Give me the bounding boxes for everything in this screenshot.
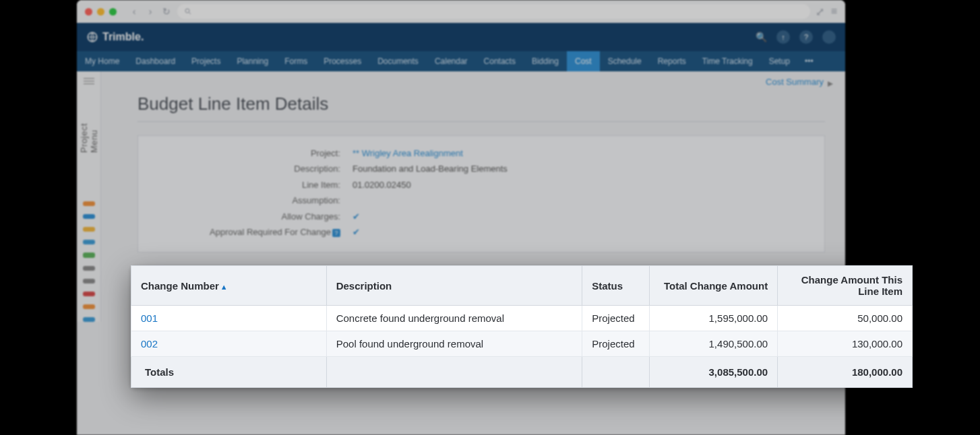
label-project: Project:: [152, 145, 340, 161]
avatar[interactable]: [822, 30, 836, 44]
url-bar[interactable]: [177, 4, 810, 19]
app-header: Trimble. 🔍 ↑ ?: [77, 23, 845, 51]
window-controls[interactable]: [85, 8, 117, 15]
totals-label: Totals: [131, 357, 327, 388]
value-description: Foundation and Load-Bearing Elements: [353, 161, 508, 176]
svg-line-1: [189, 13, 191, 15]
check-icon: ✔: [353, 224, 360, 240]
nav-time-tracking[interactable]: Time Tracking: [694, 51, 761, 71]
sidebar-icon-4[interactable]: [83, 240, 95, 244]
help-icon[interactable]: ?: [332, 229, 340, 237]
label-line-item: Line Item:: [152, 177, 340, 193]
nav-projects[interactable]: Projects: [183, 51, 228, 71]
value-line-item: 01.0200.02450: [353, 177, 411, 193]
table-row: 002 Pool found underground removal Proje…: [131, 331, 913, 357]
info-panel: Project:** Wrigley Area Realignment Desc…: [137, 135, 825, 253]
nav-reports[interactable]: Reports: [650, 51, 694, 71]
th-change-number[interactable]: Change Number▲: [131, 266, 327, 306]
nav-cost[interactable]: Cost: [567, 51, 600, 71]
sidebar-icon-2[interactable]: [83, 214, 95, 219]
search-icon[interactable]: 🔍: [756, 32, 767, 42]
nav-documents[interactable]: Documents: [369, 51, 427, 71]
totals-total: 3,085,500.00: [650, 357, 778, 388]
totals-row: Totals 3,085,500.00 180,000.00: [131, 357, 913, 388]
project-menu-label: Project Menu: [79, 123, 99, 153]
help-icon[interactable]: ?: [799, 30, 813, 44]
sidebar-icon-9[interactable]: [83, 304, 95, 309]
cell-line: 50,000.00: [778, 306, 913, 331]
nav-processes[interactable]: Processes: [315, 51, 369, 71]
change-number-link[interactable]: 002: [141, 338, 158, 349]
check-icon: ✔: [353, 209, 360, 224]
cell-status: Projected: [582, 306, 650, 331]
chevron-right-icon: ▸: [828, 77, 833, 90]
cell-total: 1,490,500.00: [650, 331, 778, 357]
table-row: 001 Concrete found underground removal P…: [131, 306, 913, 331]
forward-icon[interactable]: ›: [145, 6, 156, 17]
sidebar-icon-1[interactable]: [83, 201, 95, 206]
nav-more[interactable]: •••: [798, 51, 820, 71]
browser-chrome: ‹ › ↻ ⤢ ≡: [77, 0, 845, 23]
nav-contacts[interactable]: Contacts: [476, 51, 524, 71]
hamburger-icon[interactable]: [84, 81, 94, 81]
nav-my-home[interactable]: My Home: [77, 51, 127, 71]
nav-bidding[interactable]: Bidding: [524, 51, 567, 71]
label-allow-charges: Allow Charges:: [152, 209, 340, 224]
sidebar-icon-5[interactable]: [83, 253, 95, 257]
cell-description: Pool found underground removal: [326, 331, 582, 357]
back-icon[interactable]: ‹: [129, 6, 140, 17]
th-status[interactable]: Status: [582, 266, 650, 306]
svg-point-0: [185, 9, 189, 13]
main-nav: My Home Dashboard Projects Planning Form…: [77, 51, 845, 71]
commitment-changes-table: Change Number▲ Description Status Total …: [131, 265, 913, 388]
sidebar-icon-8[interactable]: [83, 292, 95, 296]
maximize-icon[interactable]: [109, 8, 117, 15]
cell-status: Projected: [582, 331, 650, 357]
nav-setup[interactable]: Setup: [761, 51, 798, 71]
th-description[interactable]: Description: [326, 266, 582, 306]
up-arrow-icon[interactable]: ↑: [776, 30, 790, 44]
nav-dashboard[interactable]: Dashboard: [127, 51, 183, 71]
sidebar-icon-10[interactable]: [83, 317, 95, 322]
nav-forms[interactable]: Forms: [276, 51, 315, 71]
globe-icon: [86, 31, 98, 43]
label-approval: Approval Required For Change: [210, 227, 331, 237]
project-menu-sidebar: Project Menu: [77, 71, 101, 322]
minimize-icon[interactable]: [97, 8, 104, 15]
cell-line: 130,000.00: [778, 331, 913, 357]
label-assumption: Assumption:: [152, 193, 340, 208]
search-icon: [184, 7, 192, 15]
expand-icon[interactable]: ⤢: [816, 5, 824, 18]
th-total-change-amount[interactable]: Total Change Amount: [650, 266, 778, 306]
sort-asc-icon: ▲: [220, 283, 228, 291]
sidebar-icon-7[interactable]: [83, 279, 95, 283]
value-project[interactable]: ** Wrigley Area Realignment: [353, 145, 463, 161]
nav-schedule[interactable]: Schedule: [600, 51, 650, 71]
menu-icon[interactable]: ≡: [831, 5, 837, 18]
change-number-link[interactable]: 001: [141, 312, 158, 324]
brand-logo[interactable]: Trimble.: [86, 31, 144, 43]
breadcrumb-cost-summary[interactable]: Cost Summary: [766, 77, 824, 90]
cell-description: Concrete found underground removal: [326, 306, 582, 331]
th-change-amount-line[interactable]: Change Amount This Line Item: [778, 266, 913, 306]
sidebar-icon-3[interactable]: [83, 227, 95, 232]
close-icon[interactable]: [85, 8, 92, 15]
brand-text: Trimble.: [102, 31, 144, 43]
nav-calendar[interactable]: Calendar: [427, 51, 476, 71]
totals-line: 180,000.00: [778, 357, 913, 388]
sidebar-icon-6[interactable]: [83, 266, 95, 271]
label-description: Description:: [152, 161, 340, 176]
th-change-number-label: Change Number: [141, 280, 219, 292]
cell-total: 1,595,000.00: [650, 306, 778, 331]
nav-planning[interactable]: Planning: [228, 51, 276, 71]
reload-icon[interactable]: ↻: [161, 6, 172, 17]
page-title: Budget Line Item Details: [137, 94, 825, 122]
